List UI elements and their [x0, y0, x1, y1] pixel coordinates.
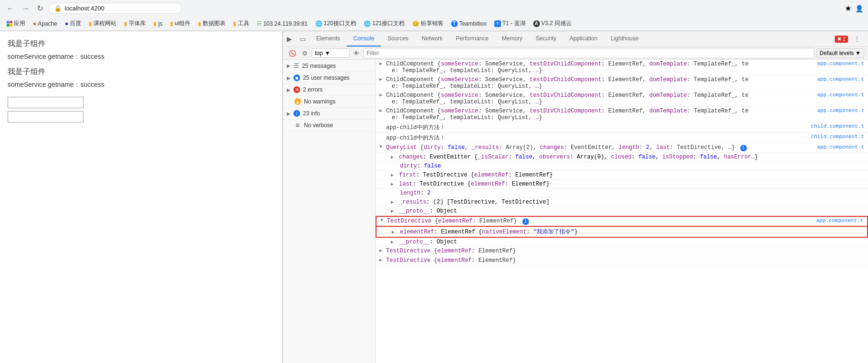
bookmark-api120[interactable]: 🌐 120接口文档 [312, 19, 359, 28]
tab-security[interactable]: Security [529, 31, 563, 47]
tab-network[interactable]: Network [415, 31, 449, 47]
bookmark-label: V3.2 同感云 [541, 19, 572, 28]
log-source[interactable]: child.component.t [811, 134, 864, 140]
address-input-container[interactable]: 🔒 localhost:4200 [49, 3, 182, 14]
console-clear-button[interactable]: 🚫 [287, 49, 298, 58]
log-entry-child-1: ▶ ChildComponent {someService: SomeServi… [376, 60, 868, 75]
expand-arrow-icon[interactable]: ▶ [379, 257, 384, 263]
log-source[interactable]: app.component.t [817, 92, 864, 98]
expand-arrow-icon[interactable]: ▶ [379, 92, 384, 98]
bookmark-ip1[interactable]: ☷ 103.24.119.39:81 [254, 19, 310, 28]
bookmark-js[interactable]: ▮ js [151, 19, 165, 28]
profile-button[interactable]: 👤 [855, 5, 863, 12]
star-button[interactable]: ★ [845, 4, 851, 13]
sidebar-label: 23 info [303, 110, 320, 117]
console-context-select[interactable]: top ▼ [311, 48, 349, 58]
error-icon: ✕ [293, 86, 300, 93]
info-icon: i [293, 110, 300, 117]
expand-arrow-icon[interactable]: ▶ [391, 200, 394, 205]
expand-arrow-icon[interactable]: ▶ [392, 230, 395, 235]
console-filter-toggle[interactable]: ⚙ [300, 49, 310, 58]
console-filter-input[interactable] [363, 48, 814, 58]
console-body: ▶ ☰ 25 messages ▶ ■ 25 user messages ▶ ✕… [283, 60, 868, 363]
log-content: _results: (2) [TestDirective, TestDirect… [399, 199, 549, 205]
list-icon: ☰ [293, 62, 299, 69]
bookmark-ziti[interactable]: ▮ 字体库 [121, 19, 149, 28]
collapse-arrow-icon[interactable]: ▼ [380, 218, 385, 223]
tab-performance[interactable]: Performance [449, 31, 495, 47]
bookmark-ui[interactable]: ▮ ui组件 [167, 19, 193, 28]
bookmark-t1[interactable]: T T1 - 蓝湖 [491, 19, 528, 28]
bookmark-label: 工具 [238, 19, 249, 28]
bookmark-apache[interactable]: ● Apache [30, 19, 60, 28]
devtools-tabs: Elements Console Sources Network Perform… [310, 31, 835, 47]
log-entry-elementref-highlighted: ▶ elementRef: ElementRef {nativeElement:… [376, 227, 868, 238]
console-levels-dropdown[interactable]: Default levels ▼ [816, 48, 864, 58]
log-entry-dirty: dirty: false [376, 162, 868, 171]
log-source[interactable]: app.component.t [817, 61, 864, 66]
tab-elements[interactable]: Elements [310, 31, 347, 47]
sidebar-item-errors[interactable]: ▶ ✕ 2 errors [283, 84, 375, 96]
main-layout: 我是子组件 someService getname：success 我是子组件 … [0, 31, 868, 363]
inspect-element-button[interactable]: ▶ [283, 32, 296, 46]
bookmark-baidu[interactable]: ● 百度 [62, 19, 85, 28]
tab-sources[interactable]: Sources [381, 31, 415, 47]
bookmark-kecheng[interactable]: ▮ 课程网站 [86, 19, 119, 28]
expand-arrow-icon[interactable]: ▶ [379, 76, 384, 82]
console-eye-button[interactable]: 👁 [351, 49, 361, 58]
bookmark-fenxiang[interactable]: 😊 纷享销客 [409, 19, 446, 28]
folder-icon: ▮ [153, 20, 157, 27]
sidebar-item-warnings[interactable]: ▲ No warnings [283, 96, 375, 108]
expand-arrow-icon[interactable]: ▶ [391, 240, 394, 245]
input-1[interactable] [8, 97, 84, 108]
log-content: ChildComponent {someService: SomeService… [386, 92, 813, 105]
expand-arrow-icon[interactable]: ▶ [391, 182, 394, 187]
expand-arrow-icon[interactable]: ▶ [379, 108, 384, 113]
expand-arrow-icon[interactable]: ▶ [391, 155, 394, 160]
log-source[interactable]: child.component.t [811, 123, 864, 129]
log-content: ChildComponent {someService: SomeService… [386, 61, 813, 74]
log-source[interactable]: app.component.t [817, 144, 864, 150]
log-entry-testdirective-3: ▶ TestDirective {elementRef: ElementRef} [376, 256, 868, 266]
bookmark-teambition[interactable]: T Teambition [448, 19, 490, 28]
input-2[interactable] [8, 111, 84, 122]
console-sidebar: ▶ ☰ 25 messages ▶ ■ 25 user messages ▶ ✕… [283, 60, 376, 363]
log-content: __proto__: Object [399, 239, 457, 245]
sidebar-item-info[interactable]: ▶ i 23 info [283, 108, 375, 120]
forward-button[interactable]: → [20, 3, 31, 14]
sidebar-item-all-messages[interactable]: ▶ ☰ 25 messages [283, 60, 375, 72]
expand-arrow-icon: ▶ [287, 75, 291, 81]
back-button[interactable]: ← [5, 3, 16, 14]
log-content: ChildComponent {someService: SomeService… [386, 108, 813, 121]
bookmark-api121[interactable]: 🌐 121接口文档 [361, 19, 407, 28]
page-line-2: someService getname：success [8, 53, 274, 61]
log-source[interactable]: app.component.t [817, 76, 864, 82]
browser-chrome: ← → ↻ 🔒 localhost:4200 ★ 👤 应用 ● Apache ●… [0, 0, 868, 31]
bookmark-tools[interactable]: ▮ 工具 [230, 19, 252, 28]
log-source[interactable]: app.component.t [816, 218, 863, 223]
expand-arrow-icon[interactable]: ▶ [391, 173, 394, 178]
levels-chevron-icon: ▼ [855, 50, 861, 56]
expand-arrow-icon[interactable]: ▶ [379, 61, 384, 66]
log-source[interactable]: app.component.t [817, 108, 864, 113]
tab-console[interactable]: Console [347, 31, 381, 47]
collapse-arrow-icon[interactable]: ▼ [379, 144, 384, 149]
expand-arrow-icon[interactable]: ▶ [379, 248, 384, 253]
folder-icon: ▮ [124, 20, 127, 27]
bookmark-chart[interactable]: ▮ 数据图表 [195, 19, 228, 28]
console-toolbar: 🚫 ⚙ top ▼ 👁 Default levels ▼ [283, 47, 868, 60]
tab-application[interactable]: Application [563, 31, 604, 47]
baidu-icon: ● [65, 20, 69, 27]
log-entry-testdirective-2: ▶ TestDirective {elementRef: ElementRef} [376, 247, 868, 256]
sidebar-item-verbose[interactable]: ⚙ No verbose [283, 120, 375, 131]
devtools-settings-button[interactable]: ⋮ [850, 32, 864, 46]
reload-button[interactable]: ↻ [35, 3, 45, 14]
device-toolbar-button[interactable]: ▭ [296, 32, 310, 46]
bookmark-apps[interactable]: 应用 [4, 19, 28, 28]
tab-memory[interactable]: Memory [495, 31, 529, 47]
sidebar-item-user-messages[interactable]: ▶ ■ 25 user messages [283, 72, 375, 84]
bookmark-v32[interactable]: A V3.2 同感云 [530, 19, 575, 28]
expand-arrow-icon[interactable]: ▶ [391, 209, 394, 214]
tab-lighthouse[interactable]: Lighthouse [604, 31, 645, 47]
log-entry-querylist: ▼ QueryList {dirty: false, _results: Arr… [376, 143, 868, 153]
